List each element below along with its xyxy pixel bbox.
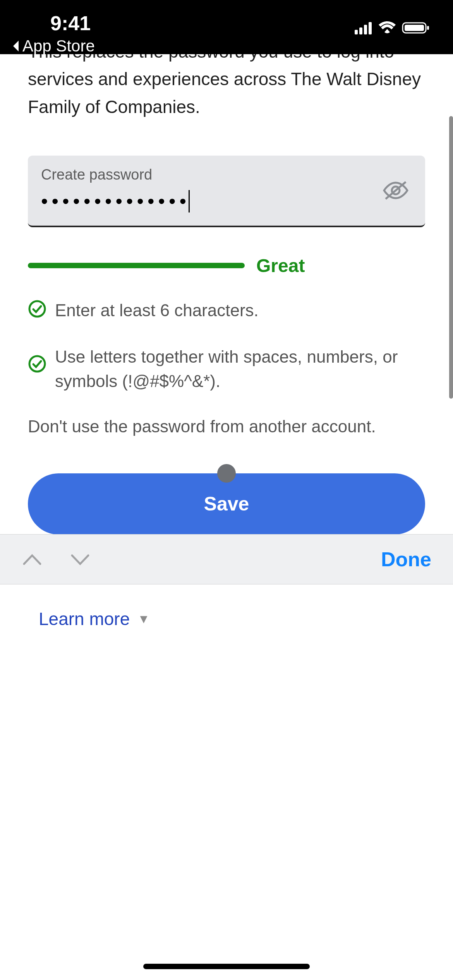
chevron-down-icon: [70, 552, 91, 567]
requirement-row-1: Enter at least 6 characters.: [28, 298, 425, 323]
password-strength: Great: [28, 255, 425, 276]
requirement-2-text: Use letters together with spaces, number…: [55, 344, 425, 394]
svg-rect-3: [369, 22, 372, 34]
caret-down-icon: ▼: [137, 612, 150, 626]
password-value: ••••••••••••••: [41, 190, 412, 212]
check-circle-icon: [28, 355, 46, 373]
requirement-1-text: Enter at least 6 characters.: [55, 298, 259, 323]
chevron-up-icon: [22, 552, 43, 567]
svg-rect-6: [427, 26, 429, 30]
page-description: This replaces the password you use to lo…: [28, 54, 425, 121]
prev-field-button[interactable]: [22, 552, 43, 567]
check-circle-icon: [28, 300, 46, 318]
home-indicator[interactable]: [143, 964, 310, 969]
cursor-indicator: [217, 464, 236, 483]
strength-bar: [28, 263, 245, 268]
scrollbar[interactable]: [449, 116, 453, 399]
password-label: Create password: [41, 166, 412, 183]
svg-rect-1: [359, 27, 362, 34]
svg-rect-2: [364, 25, 367, 34]
footer-area: Learn more ▼: [0, 584, 453, 653]
back-app-label: App Store: [22, 37, 95, 55]
eye-slash-icon: [382, 180, 410, 201]
main-content: This replaces the password you use to lo…: [0, 54, 453, 534]
text-cursor: [189, 190, 190, 212]
status-time: 9:41: [50, 12, 91, 35]
cellular-icon: [355, 21, 372, 34]
svg-rect-0: [355, 30, 358, 34]
status-bar: 9:41 App Store: [0, 0, 453, 54]
svg-rect-5: [405, 25, 424, 31]
strength-label: Great: [256, 255, 305, 276]
keyboard-done-button[interactable]: Done: [381, 548, 431, 571]
battery-icon: [402, 21, 430, 34]
svg-point-10: [29, 356, 45, 372]
save-button-label: Save: [204, 493, 249, 515]
save-button[interactable]: Save: [28, 473, 425, 534]
svg-point-9: [29, 301, 45, 317]
learn-more-label: Learn more: [39, 608, 130, 629]
requirement-row-2: Use letters together with spaces, number…: [28, 344, 425, 394]
learn-more-link[interactable]: Learn more ▼: [39, 608, 150, 629]
password-field[interactable]: Create password ••••••••••••••: [28, 156, 425, 227]
password-note: Don't use the password from another acco…: [28, 417, 425, 436]
keyboard-accessory-bar: Done: [0, 534, 453, 584]
wifi-icon: [378, 21, 396, 34]
next-field-button[interactable]: [70, 552, 91, 567]
back-to-app-store[interactable]: App Store: [12, 37, 95, 55]
status-icons: [355, 21, 430, 34]
back-caret-icon: [12, 40, 21, 52]
toggle-password-visibility-button[interactable]: [382, 180, 410, 201]
